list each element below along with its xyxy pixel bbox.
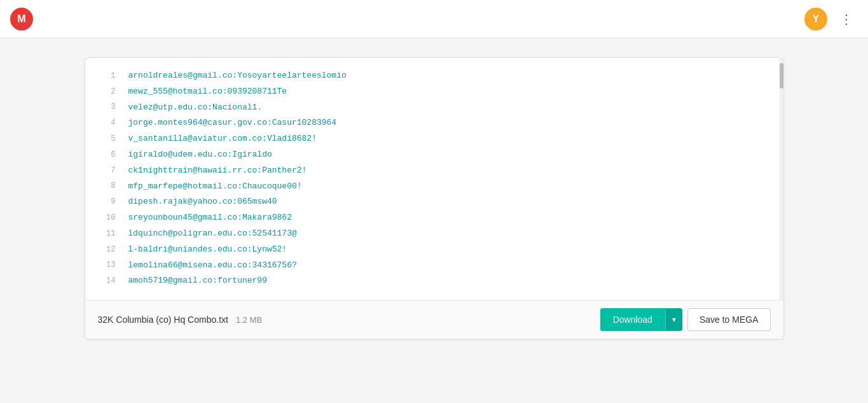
file-name: 32K Columbia (co) Hq Combo.txt [98,315,228,325]
table-row: 8mfp_marfepe@hotmail.co:Chaucoque00! [85,179,783,195]
file-size: 1.2 MB [236,315,262,325]
table-row: 2mewz_555@hotmail.co:0939208711Te [85,84,783,100]
file-info: 32K Columbia (co) Hq Combo.txt 1.2 MB [98,315,263,325]
line-number: 5 [95,133,116,145]
table-row: 14amoh5719@gmail.co:fortuner99 [85,273,783,289]
table-row: 1arnoldreales@gmail.co:Yosoyarteelartees… [85,68,783,84]
line-number: 3 [95,101,116,113]
header-left: M [10,8,33,31]
line-content: mewz_555@hotmail.co:0939208711Te [128,85,287,99]
more-options-icon[interactable]: ⋮ [835,9,858,29]
save-to-mega-button[interactable]: Save to MEGA [687,308,771,331]
line-content: dipesh.rajak@yahoo.co:065msw40 [128,195,277,209]
table-row: 10sreyounboun45@gmail.co:Makara9862 [85,210,783,226]
line-content: amoh5719@gmail.co:fortuner99 [128,274,267,288]
line-content: l-baldri@uniandes.edu.co:Lynw52! [128,243,287,257]
line-number: 12 [95,244,116,256]
user-avatar[interactable]: Y [804,8,827,31]
line-content: ldquinch@poligran.edu.co:52541173@ [128,227,297,241]
main-content: 1arnoldreales@gmail.co:Yosoyarteelartees… [0,38,868,403]
scrollbar-thumb[interactable] [780,63,783,88]
file-content: 1arnoldreales@gmail.co:Yosoyarteelartees… [85,58,783,300]
download-button-group: Download ▾ [600,308,682,331]
line-number: 7 [95,165,116,177]
line-content: lemolina66@misena.edu.co:34316756? [128,259,297,272]
dropdown-arrow-icon: ▾ [672,315,676,324]
table-row: 7ck1nighttrain@hawaii.rr.co:Panther2! [85,163,783,179]
table-row: 4jorge.montes964@casur.gov.co:Casur10283… [85,115,783,131]
line-number: 6 [95,149,116,161]
line-content: v_santanilla@aviatur.com.co:Vladi8682! [128,132,317,146]
header-right: Y ⋮ [804,8,858,31]
line-content: sreyounboun45@gmail.co:Makara9862 [128,211,292,225]
line-content: jorge.montes964@casur.gov.co:Casur102839… [128,117,337,130]
line-number: 8 [95,180,116,192]
file-footer: 32K Columbia (co) Hq Combo.txt 1.2 MB Do… [85,300,783,339]
table-row: 9dipesh.rajak@yahoo.co:065msw40 [85,194,783,210]
table-row: 11ldquinch@poligran.edu.co:52541173@ [85,226,783,242]
table-row: 13lemolina66@misena.edu.co:34316756? [85,258,783,274]
line-content: ck1nighttrain@hawaii.rr.co:Panther2! [128,164,307,178]
table-row: 6igiraldo@udem.edu.co:Igiraldo [85,147,783,163]
file-actions: Download ▾ Save to MEGA [600,308,771,331]
line-number: 11 [95,228,116,240]
logo-letter: M [17,13,25,25]
line-number: 10 [95,212,116,224]
line-number: 4 [95,117,116,129]
file-card: 1arnoldreales@gmail.co:Yosoyarteelartees… [85,57,784,339]
line-content: arnoldreales@gmail.co:Yosoyarteelarteesl… [128,69,347,83]
line-content: igiraldo@udem.edu.co:Igiraldo [128,148,272,162]
download-dropdown-button[interactable]: ▾ [665,309,682,330]
line-number: 13 [95,259,116,271]
mega-logo[interactable]: M [10,8,33,31]
download-main-button[interactable]: Download [600,308,665,331]
table-row: 12l-baldri@uniandes.edu.co:Lynw52! [85,242,783,258]
header: M Y ⋮ [0,0,868,38]
user-letter: Y [813,13,820,25]
code-viewer[interactable]: 1arnoldreales@gmail.co:Yosoyarteelartees… [85,58,783,300]
line-number: 14 [95,275,116,287]
line-content: velez@utp.edu.co:Nacional1. [128,101,263,115]
line-content: mfp_marfepe@hotmail.co:Chaucoque00! [128,180,302,194]
scrollbar-track[interactable] [780,58,783,300]
table-row: 3velez@utp.edu.co:Nacional1. [85,100,783,116]
table-row: 5v_santanilla@aviatur.com.co:Vladi8682! [85,131,783,147]
line-number: 1 [95,70,116,82]
line-number: 9 [95,196,116,208]
line-number: 2 [95,86,116,98]
